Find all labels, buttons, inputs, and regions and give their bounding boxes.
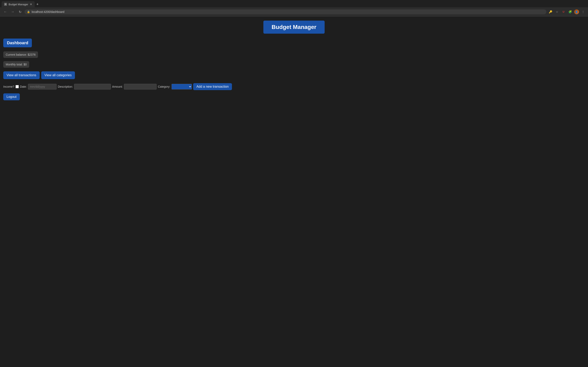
income-label: Income? xyxy=(3,85,14,88)
puzzle-icon[interactable]: 🧩 xyxy=(568,9,572,14)
address-bar-row: ← → ↻ 🔒 localhost:4200/dashboard 🔑 ☆ U 🧩… xyxy=(0,7,588,16)
page-content: Budget Manager Dashboard Current balance… xyxy=(0,17,588,104)
refresh-button[interactable]: ↻ xyxy=(17,9,23,15)
category-label: Category: xyxy=(158,85,170,88)
back-button[interactable]: ← xyxy=(2,9,8,15)
income-checkbox[interactable] xyxy=(16,85,19,88)
dashboard-section: Dashboard xyxy=(3,39,585,51)
balance-section: Current balance: $2376 xyxy=(3,51,585,60)
url-text: localhost:4200/dashboard xyxy=(32,10,64,13)
extension-icon-red[interactable]: U xyxy=(561,9,566,14)
monthly-total-badge: Monthly total: $0 xyxy=(3,61,29,68)
profile-avatar[interactable]: 👤 xyxy=(574,9,579,14)
app-title: Budget Manager xyxy=(263,21,324,34)
date-input[interactable] xyxy=(28,84,57,90)
tab-title: Budget Manager xyxy=(9,3,28,6)
key-icon[interactable]: 🔑 xyxy=(548,9,553,14)
tab-close-icon[interactable]: ✕ xyxy=(30,3,32,6)
amount-label: Amount: xyxy=(112,85,123,88)
date-label: Date: xyxy=(20,85,27,88)
star-icon[interactable]: ☆ xyxy=(554,9,559,14)
view-transactions-button[interactable]: View all transactions xyxy=(3,71,40,79)
toolbar-icons: 🔑 ☆ U 🧩 👤 ⋮ xyxy=(548,9,586,14)
action-row: View all transactions View all categorie… xyxy=(3,71,585,79)
lock-icon: 🔒 xyxy=(27,10,30,13)
description-label: Description: xyxy=(58,85,73,88)
dashboard-button[interactable]: Dashboard xyxy=(3,39,32,47)
active-tab[interactable]: A Budget Manager ✕ xyxy=(2,1,35,7)
tab-favicon: A xyxy=(4,3,7,6)
logout-button[interactable]: Logout xyxy=(3,93,20,100)
category-select[interactable] xyxy=(172,84,192,90)
add-transaction-button[interactable]: Add a new transaction xyxy=(193,83,232,90)
new-tab-button[interactable]: + xyxy=(35,2,40,7)
address-bar[interactable]: 🔒 localhost:4200/dashboard xyxy=(25,9,546,14)
menu-icon[interactable]: ⋮ xyxy=(581,9,586,14)
forward-button[interactable]: → xyxy=(10,9,16,15)
view-categories-button[interactable]: View all categories xyxy=(41,71,75,79)
transaction-form: Income? Date: Description: Amount: Categ… xyxy=(3,83,585,90)
tab-bar: A Budget Manager ✕ + xyxy=(0,0,588,7)
monthly-total-section: Monthly total: $0 xyxy=(3,61,585,70)
app-header: Budget Manager xyxy=(3,21,585,34)
amount-input[interactable] xyxy=(124,84,156,90)
description-input[interactable] xyxy=(74,84,111,90)
current-balance-badge: Current balance: $2376 xyxy=(3,51,38,58)
browser-chrome: A Budget Manager ✕ + ← → ↻ 🔒 localhost:4… xyxy=(0,0,588,17)
